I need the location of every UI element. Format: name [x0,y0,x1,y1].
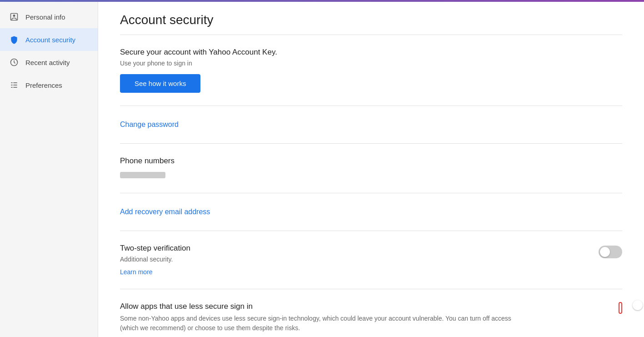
add-recovery-email-link[interactable]: Add recovery email address [120,206,210,218]
two-step-toggle[interactable] [599,246,622,258]
sidebar-item-account-security[interactable]: Account security [0,28,98,51]
two-step-title: Two-step verification [120,244,580,253]
phone-numbers-section: Phone numbers [120,144,622,193]
recovery-email-section: Add recovery email address [120,193,622,231]
sidebar: Personal info Account security Rece [0,2,98,337]
top-bar [0,0,644,2]
shield-icon [9,35,19,45]
two-step-content: Two-step verification Additional securit… [120,244,599,276]
sidebar-item-preferences[interactable]: Preferences [0,74,98,96]
two-step-slider [599,246,622,258]
less-secure-description: Some non-Yahoo apps and devices use less… [120,314,529,333]
less-secure-section: Allow apps that use less secure sign in … [120,289,622,337]
change-password-section: Change password [120,106,622,144]
clock-icon [9,57,19,67]
sidebar-item-label: Recent activity [25,59,70,66]
less-secure-title: Allow apps that use less secure sign in [120,302,600,311]
account-key-title: Secure your account with Yahoo Account K… [120,48,622,57]
main-content: Account security Secure your account wit… [98,2,644,337]
phone-numbers-title: Phone numbers [120,156,622,166]
person-icon [9,12,19,22]
account-key-subtitle: Use your phone to sign in [120,60,622,67]
phone-number-blurred [120,172,165,178]
account-key-section: Secure your account with Yahoo Account K… [120,35,622,106]
svg-point-1 [13,15,15,17]
change-password-link[interactable]: Change password [120,119,179,131]
two-step-learn-more[interactable]: Learn more [120,268,153,276]
list-icon [9,80,19,90]
see-how-it-works-button[interactable]: See how it works [120,74,200,93]
two-step-row: Two-step verification Additional securit… [120,244,622,276]
sidebar-item-personal-info[interactable]: Personal info [0,5,98,28]
sidebar-item-label: Personal info [25,13,65,21]
two-step-section: Two-step verification Additional securit… [120,231,622,289]
two-step-subtitle: Additional security. [120,256,580,263]
less-secure-toggle-wrapper [619,302,622,314]
sidebar-item-recent-activity[interactable]: Recent activity [0,51,98,74]
less-secure-row: Allow apps that use less secure sign in … [120,302,622,337]
page-title: Account security [120,13,622,27]
sidebar-item-label: Account security [25,36,75,44]
sidebar-item-label: Preferences [25,81,62,89]
less-secure-content: Allow apps that use less secure sign in … [120,302,619,337]
